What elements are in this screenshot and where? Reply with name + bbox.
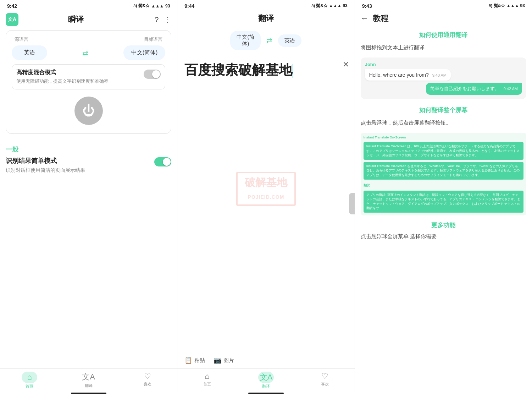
more-section-title: 更多功能 (361, 221, 526, 229)
p1-header: 文A 瞬译 ? ⋮ (0, 10, 177, 30)
nav-home-p1[interactable]: ⌂ 首页 (0, 372, 59, 389)
simple-mode-setting: 识别结果简单模式 识别对话框使用简洁的页面展示结果 (0, 157, 177, 180)
nav-indicator-p2 (248, 393, 284, 394)
photo-btn[interactable]: 📷 图片 (214, 356, 234, 364)
nav-favorite-p2[interactable]: ♡ 喜欢 (295, 372, 354, 389)
more-icon[interactable]: ⋮ (164, 15, 171, 24)
setting-desc: 识别对话框使用简洁的页面展示结果 (6, 166, 85, 174)
lang-selector-row: 英语 ⇄ 中文(简体) (12, 45, 165, 60)
translate-icon-p2: 文A (260, 372, 273, 383)
time-p2: 9:44 (184, 3, 194, 9)
time-p1: 9:42 (7, 3, 17, 9)
mode-title: 高精度混合模式 (16, 69, 139, 76)
screen-preview: Instant Translate On-Screen Instant Tran… (361, 133, 526, 215)
p2-target-lang[interactable]: 英语 (278, 34, 301, 47)
nav-translate-p2[interactable]: 文A 翻译 (237, 372, 295, 389)
status-icons-p3: ﾊ) 鬓&☆ ▲▲▲ 93 (489, 3, 525, 9)
translation-area[interactable]: ✕ 百度搜索破解基地 破解基地POJIEID.COM (177, 56, 354, 352)
watermark: 破解基地POJIEID.COM (236, 172, 296, 206)
home-label: 首页 (26, 384, 33, 389)
setting-title: 识别结果简单模式 (6, 157, 85, 165)
paste-btn[interactable]: 📋 粘贴 (184, 356, 205, 364)
simple-mode-toggle[interactable] (154, 157, 171, 166)
chat-right-row: 简単な自己紹介をお願いします。 9:42 AM (365, 83, 522, 95)
panel-tutorial: 9:43 ﾊ) 鬓&☆ ▲▲▲ 93 ← 教程 如何使用通用翻译 将图标拖到文本… (355, 0, 532, 394)
chat-bubble-right: 简単な自己紹介をお願いします。 9:42 AM (426, 83, 522, 95)
setting-toggle-row: 识别结果简单模式 识别对话框使用简洁的页面展示结果 (6, 157, 171, 174)
home-label-p2: 首页 (203, 382, 211, 387)
favorite-icon: ♡ (144, 372, 151, 381)
status-bar-p3: 9:43 ﾊ) 鬓&☆ ▲▲▲ 93 (355, 0, 532, 10)
source-text: 百度搜索破解基地 (184, 61, 347, 79)
section2-desc: 点击悬浮球，然后点击屏幕翻译按钮。 (361, 119, 526, 127)
status-bar-p2: 9:44 ﾊ) 鬓&☆ ▲▲▲ 93 (177, 0, 354, 10)
signal-p2: ﾊ) 鬓&☆ ▲▲▲ 93 (311, 3, 348, 9)
section1-title: 如何使用通用翻译 (361, 31, 526, 39)
home-icon: ⌂ (27, 373, 32, 382)
translate-label: 翻译 (85, 383, 93, 388)
p3-title: 教程 (373, 13, 388, 24)
mode-switch-row: 高精度混合模式 使用无障碍功能，提高文字识别速度和准确率 (12, 64, 165, 89)
bottom-nav-p2: ⌂ 首页 文A 翻译 ♡ 喜欢 (177, 368, 354, 390)
favorite-label: 喜欢 (144, 382, 151, 387)
status-icons-p1: ﾊ) 鬓&☆ ▲▲▲ 93 (133, 3, 170, 9)
chat-sender: John (365, 62, 522, 67)
nav-translate-p1[interactable]: 文A 翻译 (59, 372, 118, 389)
p2-source-lang[interactable]: 中文(简体) (230, 31, 261, 50)
side-hint (349, 193, 355, 214)
chat-bubble-left: Hello, where are you from? 9:40 AM (365, 69, 451, 81)
signal-p3: ﾊ) 鬓&☆ ▲▲▲ 93 (489, 3, 525, 9)
panel-translate: 9:44 ﾊ) 鬓&☆ ▲▲▲ 93 翻译 中文(简体) ⇄ 英语 ✕ 百度搜索… (177, 0, 354, 394)
swap-arrow-icon[interactable]: ⇄ (82, 49, 88, 57)
mode-desc: 使用无障碍功能，提高文字识别速度和准确率 (16, 78, 139, 85)
translate-icon-wrap-p2: 文A (258, 372, 274, 383)
section2-title: 如何翻译整个屏幕 (361, 106, 526, 114)
target-lang-btn[interactable]: 中文(简体) (123, 45, 166, 60)
translate-label-p2: 翻译 (262, 384, 270, 389)
setting-text: 识别结果简单模式 识别对话框使用简洁的页面展示结果 (6, 157, 85, 174)
panel-home: 9:42 ﾊ) 鬓&☆ ▲▲▲ 93 文A 瞬译 ? ⋮ 源语言 目标语言 英语… (0, 0, 177, 394)
mode-toggle[interactable] (144, 70, 161, 79)
nav-favorite-p1[interactable]: ♡ 喜欢 (118, 372, 177, 389)
bottom-nav-p1: ⌂ 首页 文A 翻译 ♡ 喜欢 (0, 368, 177, 390)
paste-icon: 📋 (184, 356, 192, 364)
page-title: 瞬译 (23, 14, 129, 25)
favorite-label-p2: 喜欢 (321, 382, 329, 387)
chat-msg-left: Hello, where are you from? 9:40 AM (365, 69, 522, 83)
mini-block-1: Instant Translate On-Screen は、100 以上の言語間… (364, 142, 523, 160)
translate-icon: 文A (82, 372, 95, 382)
translation-settings-card: 源语言 目标语言 英语 ⇄ 中文(简体) 高精度混合模式 使用无障碍功能，提高文… (6, 30, 171, 134)
help-icon[interactable]: ? (155, 16, 159, 24)
app-logo: 文A (6, 13, 18, 26)
nav-home-p2[interactable]: ⌂ 首页 (177, 372, 236, 389)
p2-lang-bar: 中文(简体) ⇄ 英语 (177, 28, 354, 53)
back-button[interactable]: ← (361, 14, 368, 23)
battery-icon: 93 (165, 4, 170, 9)
status-bar-p1: 9:42 ﾊ) 鬓&☆ ▲▲▲ 93 (0, 0, 177, 10)
photo-label: 图片 (223, 357, 234, 364)
p2-swap-icon[interactable]: ⇄ (266, 36, 272, 45)
p2-header: 翻译 (177, 10, 354, 28)
p2-bottom-bar: 📋 粘贴 📷 图片 (177, 352, 354, 368)
mini-section-label: 翻訳 (364, 183, 523, 188)
power-button[interactable]: ⏻ (74, 97, 103, 125)
mini-block-2: Instant Translate On-Screen を使用すると、Whats… (364, 162, 523, 180)
section1-desc: 将图标拖到文本上进行翻译 (361, 43, 526, 52)
time-p3: 9:43 (362, 3, 372, 9)
photo-icon: 📷 (214, 356, 221, 364)
lang-labels: 源语言 目标语言 (12, 36, 165, 43)
more-desc: 点击悬浮球全屏菜单 选择你需要 (361, 232, 526, 241)
source-lang-btn[interactable]: 英语 (12, 45, 47, 60)
home-icon-wrap: ⌂ (22, 372, 37, 383)
paste-label: 粘贴 (194, 357, 205, 364)
chat-preview: John Hello, where are you from? 9:40 AM … (361, 58, 526, 99)
wifi-icon: ▲▲▲ (151, 4, 164, 9)
text-cursor (293, 64, 293, 78)
favorite-icon-p2: ♡ (321, 372, 328, 381)
watermark-text: 破解基地POJIEID.COM (236, 172, 296, 206)
chat-time2: 9:42 AM (504, 87, 518, 91)
chat-time1: 9:40 AM (432, 73, 447, 77)
signal-icon: ﾊ) 鬓&☆ (133, 3, 150, 9)
close-btn[interactable]: ✕ (343, 60, 349, 69)
header-icons: ? ⋮ (155, 15, 171, 24)
